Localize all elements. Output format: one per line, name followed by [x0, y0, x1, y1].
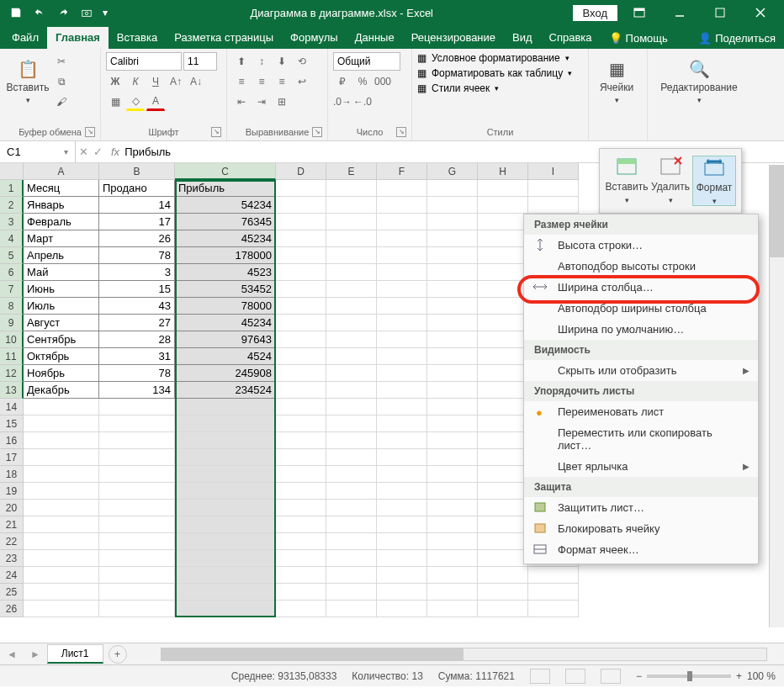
cell[interactable]	[478, 516, 528, 533]
cell[interactable]	[24, 584, 99, 601]
cell[interactable]	[99, 550, 175, 567]
cell[interactable]	[427, 298, 478, 315]
number-dialog-icon[interactable]: ↘	[396, 127, 406, 137]
cell[interactable]	[427, 500, 478, 516]
align-top-icon[interactable]: ⬆	[232, 52, 251, 71]
zoom-in-icon[interactable]: +	[736, 670, 742, 682]
cell[interactable]	[276, 432, 326, 449]
cell[interactable]	[175, 601, 276, 617]
cell[interactable]	[326, 533, 377, 550]
cell[interactable]	[276, 567, 326, 584]
align-left-icon[interactable]: ≡	[232, 72, 251, 91]
menu-rename-sheet[interactable]: ●Переименовать лист	[524, 401, 758, 422]
view-normal-icon[interactable]	[530, 669, 550, 684]
row-header[interactable]: 26	[0, 601, 24, 617]
cell[interactable]	[276, 281, 326, 298]
cell[interactable]	[427, 315, 478, 331]
tab-view[interactable]: Вид	[504, 27, 541, 49]
row-header[interactable]: 9	[0, 315, 24, 331]
delete-cells-button[interactable]: Удалить▾	[649, 156, 692, 206]
cell[interactable]	[175, 399, 276, 415]
align-right-icon[interactable]: ≡	[273, 72, 291, 91]
cell[interactable]: Декабрь	[24, 382, 99, 399]
cell[interactable]: 28	[99, 331, 175, 348]
cell[interactable]	[276, 584, 326, 601]
cell[interactable]	[24, 516, 99, 533]
menu-protect-sheet[interactable]: Защитить лист…	[524, 497, 758, 518]
col-header-h[interactable]: H	[478, 163, 528, 180]
cell[interactable]	[99, 516, 175, 533]
cell[interactable]	[427, 533, 478, 550]
minimize-icon[interactable]	[661, 0, 698, 25]
cell[interactable]: Сентябрь	[24, 331, 99, 348]
cell[interactable]	[99, 449, 175, 466]
align-bottom-icon[interactable]: ⬇	[273, 52, 291, 71]
cell[interactable]	[377, 516, 427, 533]
cell[interactable]: 97643	[175, 331, 276, 348]
cell[interactable]	[478, 348, 528, 365]
cell[interactable]	[276, 264, 326, 281]
cell[interactable]	[427, 382, 478, 399]
decrease-indent-icon[interactable]: ⇤	[232, 93, 251, 111]
col-header-d[interactable]: D	[276, 163, 326, 180]
font-name-combo[interactable]: Calibri	[106, 52, 182, 71]
cell[interactable]	[326, 348, 377, 365]
cell[interactable]	[377, 331, 427, 348]
cell[interactable]	[427, 180, 478, 197]
tab-formulas[interactable]: Формулы	[282, 27, 347, 49]
cell[interactable]	[377, 348, 427, 365]
row-header[interactable]: 10	[0, 331, 24, 348]
cell[interactable]	[377, 550, 427, 567]
cell[interactable]	[99, 399, 175, 415]
cell[interactable]: Месяц	[24, 180, 99, 197]
cell[interactable]	[478, 449, 528, 466]
view-page-break-icon[interactable]	[601, 669, 621, 684]
menu-lock-cell[interactable]: Блокировать ячейку	[524, 518, 758, 539]
paste-button[interactable]: 📋 Вставить ▾	[5, 52, 50, 111]
cell[interactable]	[326, 415, 377, 432]
row-header[interactable]: 7	[0, 281, 24, 298]
cell[interactable]	[276, 365, 326, 382]
view-page-layout-icon[interactable]	[565, 669, 585, 684]
cells-button[interactable]: ▦ Ячейки ▾	[594, 52, 639, 111]
cell[interactable]	[99, 584, 175, 601]
format-as-table-button[interactable]: ▦Форматировать как таблицу▾	[417, 67, 572, 79]
cell[interactable]	[326, 466, 377, 483]
cell[interactable]	[276, 382, 326, 399]
cell[interactable]	[478, 214, 528, 230]
cell[interactable]	[427, 230, 478, 247]
cell[interactable]	[377, 415, 427, 432]
cell[interactable]	[478, 180, 528, 197]
tell-me[interactable]: 💡Помощь	[601, 28, 676, 49]
cell[interactable]: 134	[99, 382, 175, 399]
cell[interactable]	[326, 197, 377, 214]
cell[interactable]: 45234	[175, 315, 276, 331]
cell[interactable]	[276, 230, 326, 247]
cell[interactable]	[175, 483, 276, 500]
cell[interactable]	[377, 584, 427, 601]
cell[interactable]	[478, 533, 528, 550]
cell[interactable]	[276, 247, 326, 264]
enter-formula-icon[interactable]: ✓	[93, 146, 103, 158]
increase-decimal-icon[interactable]: .0→	[333, 93, 352, 111]
cell[interactable]: Март	[24, 230, 99, 247]
merge-icon[interactable]: ⊞	[273, 93, 291, 111]
cell[interactable]	[377, 399, 427, 415]
camera-icon[interactable]	[76, 3, 98, 22]
cell[interactable]	[478, 365, 528, 382]
horizontal-scrollbar[interactable]	[161, 648, 767, 661]
cell[interactable]	[377, 500, 427, 516]
menu-row-height[interactable]: Высота строки…	[524, 235, 758, 256]
cell[interactable]	[528, 584, 579, 601]
cut-icon[interactable]: ✂	[52, 52, 71, 71]
hscroll-thumb[interactable]	[162, 648, 464, 660]
cell[interactable]	[175, 567, 276, 584]
cell[interactable]	[478, 264, 528, 281]
cell[interactable]	[427, 567, 478, 584]
menu-tab-color[interactable]: Цвет ярлычка▶	[524, 456, 758, 477]
cell[interactable]	[427, 584, 478, 601]
cell[interactable]	[478, 483, 528, 500]
cell[interactable]	[377, 432, 427, 449]
row-header[interactable]: 16	[0, 432, 24, 449]
cell[interactable]: 78000	[175, 298, 276, 315]
